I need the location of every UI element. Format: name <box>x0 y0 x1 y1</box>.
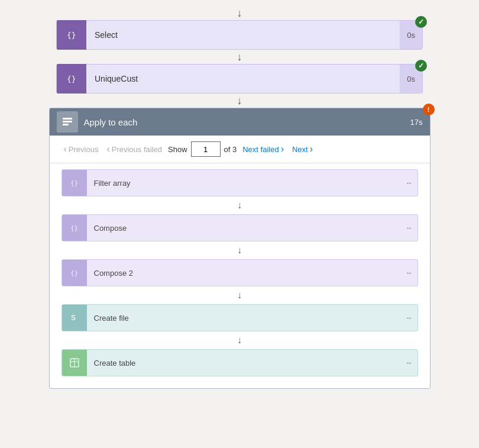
inner-steps-container: {} Filter array -- ↓ {} Compose -- ↓ <box>50 163 430 388</box>
uniquecust-label: UniqueCust <box>86 74 400 83</box>
inner-arrow-2: ↓ <box>62 241 418 259</box>
of-label: of 3 <box>224 145 237 154</box>
apply-duration: 17s <box>410 118 423 127</box>
uniquecust-step: {} UniqueCust 0s ✓ <box>56 64 423 94</box>
prev-chevron-icon <box>64 144 67 154</box>
create-file-duration: -- <box>401 314 417 322</box>
create-file-step: S Create file -- <box>62 304 418 331</box>
previous-failed-label: Previous failed <box>112 145 162 154</box>
uniquecust-status: ✓ <box>415 60 427 72</box>
next-failed-label: Next failed <box>242 145 279 154</box>
filter-array-duration: -- <box>401 179 417 187</box>
compose-duration: -- <box>401 224 417 232</box>
page-input[interactable] <box>191 141 221 157</box>
uniquecust-icon: {} <box>57 64 86 94</box>
apply-header-icon <box>57 111 78 133</box>
select-status: ✓ <box>415 16 427 28</box>
svg-text:{}: {} <box>67 31 76 40</box>
next-chevron-icon <box>310 144 313 154</box>
arrow-2: ↓ <box>237 94 242 108</box>
svg-text:{}: {} <box>70 179 78 187</box>
create-table-duration: -- <box>401 359 417 367</box>
apply-status-badge: ! <box>423 104 435 115</box>
compose-2-duration: -- <box>401 269 417 277</box>
next-failed-chevron-icon <box>281 144 284 154</box>
compose-2-label: Compose 2 <box>87 269 401 278</box>
pagination-bar: Previous Previous failed Show of 3 Next … <box>50 136 430 163</box>
svg-rect-3 <box>63 121 72 123</box>
svg-text:{}: {} <box>70 224 78 232</box>
svg-text:{}: {} <box>70 269 78 277</box>
show-label: Show <box>168 145 187 154</box>
top-arrow: ↓ <box>237 6 242 20</box>
create-table-step: Create table -- <box>62 349 418 376</box>
svg-rect-4 <box>63 124 69 125</box>
next-button[interactable]: Next <box>290 143 315 156</box>
svg-text:S: S <box>71 314 76 322</box>
inner-arrow-1: ↓ <box>62 196 418 214</box>
select-label: Select <box>86 30 400 40</box>
previous-failed-button[interactable]: Previous failed <box>104 143 164 156</box>
filter-array-label: Filter array <box>87 179 401 188</box>
apply-title: Apply to each <box>84 117 410 127</box>
inner-arrow-4: ↓ <box>62 331 418 349</box>
prev-failed-chevron-icon <box>106 144 109 154</box>
compose-2-step: {} Compose 2 -- <box>62 259 418 286</box>
select-step: {} Select 0s ✓ <box>56 20 423 50</box>
next-label: Next <box>292 145 308 154</box>
apply-header: Apply to each 17s <box>50 108 430 136</box>
apply-to-each-container: Apply to each 17s ! Previous Previous fa… <box>49 108 431 389</box>
filter-array-step: {} Filter array -- <box>62 169 418 196</box>
inner-arrow-3: ↓ <box>62 286 418 304</box>
svg-rect-2 <box>63 118 72 120</box>
filter-array-icon: {} <box>62 170 87 196</box>
compose-step: {} Compose -- <box>62 214 418 241</box>
previous-label: Previous <box>69 145 99 154</box>
previous-button[interactable]: Previous <box>62 143 101 156</box>
compose-label: Compose <box>87 224 401 233</box>
svg-text:{}: {} <box>67 75 76 83</box>
create-file-icon: S <box>62 305 87 331</box>
create-table-label: Create table <box>87 359 401 368</box>
arrow-1: ↓ <box>237 50 242 64</box>
create-file-label: Create file <box>87 314 401 323</box>
next-failed-button[interactable]: Next failed <box>240 143 286 156</box>
select-icon: {} <box>57 20 86 50</box>
create-table-icon <box>62 350 87 376</box>
compose-icon: {} <box>62 215 87 241</box>
compose-2-icon: {} <box>62 260 87 286</box>
